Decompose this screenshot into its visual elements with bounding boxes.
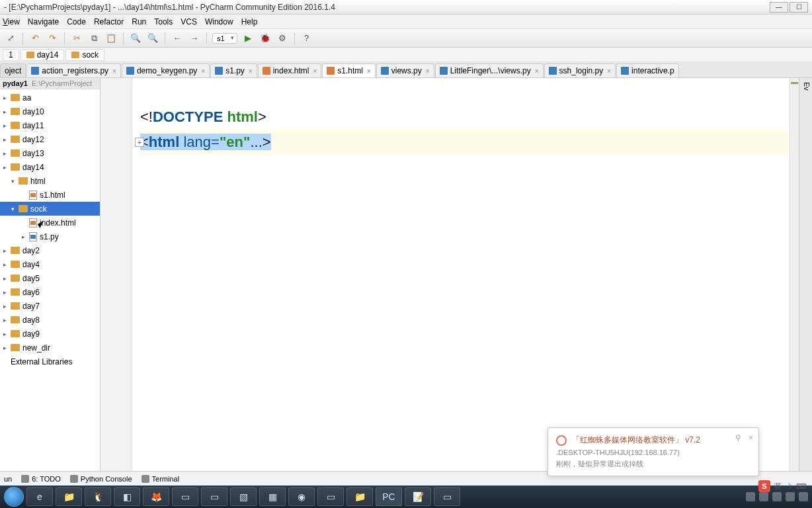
menu-code[interactable]: Code	[67, 17, 86, 26]
tree-folder-day9[interactable]: ▸day9	[0, 327, 100, 341]
start-button[interactable]	[4, 487, 24, 507]
back-icon[interactable]: ←	[171, 32, 184, 45]
taskbar-explorer-icon[interactable]: 📁	[56, 487, 82, 506]
close-icon[interactable]: ×	[607, 67, 611, 75]
fold-button[interactable]: +	[135, 138, 144, 147]
status-run[interactable]: un	[4, 475, 12, 483]
tree-folder-html[interactable]: ▾html	[0, 174, 100, 188]
run-icon[interactable]: ▶	[241, 32, 255, 45]
menu-view[interactable]: View	[3, 17, 20, 26]
undo-icon[interactable]: ↶	[28, 32, 42, 45]
taskbar-vm-icon[interactable]: ▧	[230, 487, 257, 506]
menu-help[interactable]: Help	[241, 17, 258, 26]
replace-icon[interactable]: 🔍	[146, 32, 159, 45]
menu-run[interactable]: Run	[132, 17, 146, 26]
menu-refactor[interactable]: Refactor	[94, 17, 124, 26]
project-tree[interactable]: ▸aa ▸day10 ▸day11 ▸day12 ▸day13 ▸day14 ▾…	[0, 89, 100, 471]
tab-s1-py[interactable]: s1.py×	[210, 64, 257, 77]
tree-folder-aa[interactable]: ▸aa	[0, 91, 100, 105]
tree-folder-day14[interactable]: ▸day14	[0, 160, 100, 174]
close-icon[interactable]: ×	[201, 67, 205, 75]
breadcrumb-item-1[interactable]: 1	[3, 49, 19, 61]
taskbar-folder-icon[interactable]: 📁	[346, 487, 373, 506]
tree-folder-day5[interactable]: ▸day5	[0, 271, 100, 285]
breadcrumb-item-sock[interactable]: sock	[65, 49, 104, 61]
cut-icon[interactable]: ✂	[70, 32, 83, 45]
tray-volume-icon[interactable]	[786, 492, 795, 501]
tree-folder-day13[interactable]: ▸day13	[0, 146, 100, 160]
menu-vcs[interactable]: VCS	[181, 17, 197, 26]
ime-lang[interactable]: 英	[774, 482, 782, 491]
taskbar-doc-icon[interactable]: ▭	[434, 487, 460, 506]
status-todo[interactable]: 6: TODO	[21, 475, 61, 483]
expand-icon[interactable]: ⤢	[4, 32, 17, 45]
menu-tools[interactable]: Tools	[154, 17, 173, 26]
tab-demo-keygen[interactable]: demo_keygen.py×	[122, 64, 210, 77]
tab-views-py[interactable]: views.py×	[376, 64, 434, 77]
copy-icon[interactable]: ⧉	[87, 32, 101, 45]
tree-folder-day12[interactable]: ▸day12	[0, 132, 100, 146]
close-icon[interactable]: ×	[426, 67, 430, 75]
code-line-2[interactable]: <html lang="en"...>	[140, 130, 790, 155]
paste-icon[interactable]: 📋	[104, 32, 118, 45]
minimize-button[interactable]: —	[770, 2, 788, 13]
tree-folder-day7[interactable]: ▸day7	[0, 299, 100, 313]
close-icon[interactable]: ×	[367, 67, 371, 75]
right-tool-tab[interactable]: Ev	[799, 78, 812, 471]
forward-icon[interactable]: →	[188, 32, 201, 45]
taskbar-ie-icon[interactable]: e	[26, 487, 53, 506]
tree-folder-day8[interactable]: ▸day8	[0, 313, 100, 327]
taskbar-firefox-icon[interactable]: 🦊	[143, 487, 169, 506]
tree-folder-day2[interactable]: ▸day2	[0, 243, 100, 257]
taskbar-window2-icon[interactable]: ▭	[201, 487, 227, 506]
tab-index-html[interactable]: index.html×	[258, 64, 322, 77]
redo-icon[interactable]: ↷	[46, 32, 59, 45]
tree-folder-day11[interactable]: ▸day11	[0, 118, 100, 132]
close-icon[interactable]: ×	[535, 67, 539, 75]
taskbar-calc-icon[interactable]: ▦	[259, 487, 286, 506]
code-line-1[interactable]: <!DOCTYPE html>	[140, 105, 790, 130]
debug-icon[interactable]: 🐞	[259, 32, 272, 45]
status-python-console[interactable]: Python Console	[70, 475, 132, 483]
tray-icon[interactable]	[772, 492, 782, 501]
taskbar-qq-icon[interactable]: 🐧	[85, 487, 111, 506]
tab-ssh-login[interactable]: ssh_login.py×	[544, 64, 616, 77]
close-icon[interactable]: ×	[112, 67, 116, 75]
editor-content[interactable]: <!DOCTYPE html> <html lang="en"...> +	[101, 78, 790, 471]
breadcrumb-item-day14[interactable]: day14	[20, 49, 65, 61]
tray-icon[interactable]	[759, 492, 768, 501]
close-icon[interactable]: ×	[249, 67, 253, 75]
menu-navigate[interactable]: Navigate	[28, 17, 59, 26]
tree-file-s1-py[interactable]: ▸s1.py	[0, 230, 100, 243]
close-icon[interactable]: ×	[749, 433, 753, 443]
tree-folder-day6[interactable]: ▸day6	[0, 285, 100, 299]
moon-icon[interactable]: ☽	[786, 482, 792, 491]
close-icon[interactable]: ×	[313, 67, 317, 75]
taskbar-chrome-icon[interactable]: ◉	[288, 487, 315, 506]
taskbar-app-icon[interactable]: ◧	[114, 487, 140, 506]
sogou-icon[interactable]: S	[758, 480, 770, 492]
tree-folder-sock[interactable]: ▾sock	[0, 202, 100, 216]
editor-marker-strip[interactable]	[790, 78, 799, 471]
stop-icon[interactable]: ⚙	[276, 32, 289, 45]
taskbar-note-icon[interactable]: 📝	[405, 487, 431, 506]
tree-folder-day4[interactable]: ▸day4	[0, 257, 100, 271]
find-icon[interactable]: 🔍	[129, 32, 142, 45]
maximize-button[interactable]: ☐	[790, 2, 808, 13]
taskbar-window-icon[interactable]: ▭	[172, 487, 198, 506]
run-config-selector[interactable]: s1	[212, 33, 237, 44]
tree-file-s1-html[interactable]: s1.html	[0, 188, 100, 202]
tree-folder-day10[interactable]: ▸day10	[0, 105, 100, 118]
tree-external-libraries[interactable]: External Libraries	[0, 355, 100, 368]
tab-interactive[interactable]: interactive.p	[616, 64, 679, 77]
taskbar-pycharm-icon[interactable]: PC	[376, 487, 402, 506]
status-terminal[interactable]: Terminal	[142, 475, 180, 483]
tree-folder-new-dir[interactable]: ▸new_dir	[0, 341, 100, 355]
keyboard-icon[interactable]: ⌨	[796, 482, 807, 491]
taskbar-monitor-icon[interactable]: ▭	[317, 487, 344, 506]
tree-file-index-html[interactable]: index.html	[0, 216, 100, 230]
tab-s1-html[interactable]: s1.html×	[322, 64, 376, 77]
pin-icon[interactable]: ⚲	[735, 433, 741, 443]
help-icon[interactable]: ?	[300, 32, 313, 45]
tab-action-registers[interactable]: action_registers.py×	[26, 64, 121, 77]
